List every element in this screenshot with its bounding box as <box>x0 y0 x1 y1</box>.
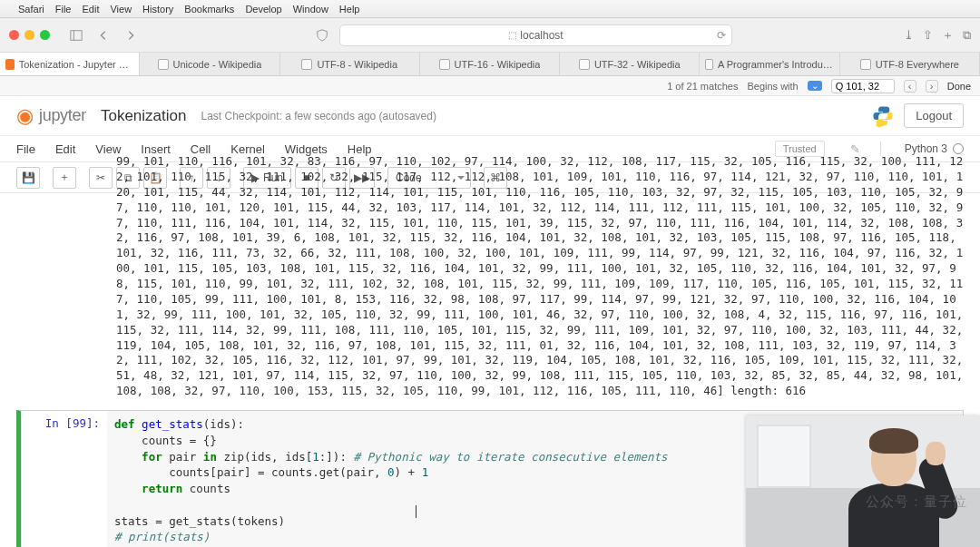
favicon-wikipedia-icon <box>301 59 312 70</box>
address-text: localhost <box>520 29 563 42</box>
favicon-wikipedia-icon <box>579 59 590 70</box>
jupyter-mark-icon: ◉ <box>16 104 34 128</box>
new-tab-icon[interactable]: ＋ <box>942 27 954 44</box>
kernel-indicator-icon <box>953 143 964 154</box>
menu-edit[interactable]: Edit <box>82 4 99 15</box>
sidebar-icon[interactable] <box>66 25 86 45</box>
favicon-jupyter-icon <box>5 59 15 70</box>
presenter <box>844 425 944 547</box>
find-bar: 1 of 21 matches Begins with ⌄ ‹ › Done <box>0 76 980 96</box>
tab-programmers-intro[interactable]: A Programmer's Introduction to Unico… <box>700 53 839 75</box>
tab-utf8-everywhere[interactable]: UTF-8 Everywhere <box>840 53 980 75</box>
tab-jupyter[interactable]: Tokenization - Jupyter Notebook <box>0 53 140 75</box>
back-button[interactable] <box>93 25 113 45</box>
menu-file[interactable]: File <box>55 4 72 15</box>
jupyter-logo[interactable]: ◉ jupyter <box>16 104 86 128</box>
python-logo-icon <box>871 104 895 128</box>
close-window[interactable] <box>9 30 19 40</box>
tab-utf16[interactable]: UTF-16 - Wikipedia <box>420 53 560 75</box>
menu-bookmarks[interactable]: Bookmarks <box>184 4 234 15</box>
menu-safari[interactable]: Safari <box>18 4 44 15</box>
tabs-icon[interactable]: ⧉ <box>963 28 971 43</box>
forward-button[interactable] <box>121 25 141 45</box>
menu-view[interactable]: View <box>110 4 132 15</box>
svg-rect-0 <box>71 30 82 40</box>
maximize-window[interactable] <box>40 30 50 40</box>
tab-label: UTF-8 - Wikipedia <box>317 59 397 70</box>
jupyter-header: ◉ jupyter Tokenization Last Checkpoint: … <box>0 96 980 135</box>
find-mode-toggle[interactable]: ⌄ <box>808 81 822 91</box>
find-begins-label: Begins with <box>747 81 798 92</box>
macos-menubar: Safari File Edit View History Bookmarks … <box>0 0 980 18</box>
tab-label: UTF-8 Everywhere <box>876 59 959 70</box>
menu-history[interactable]: History <box>142 4 173 15</box>
menu-window[interactable]: Window <box>293 4 328 15</box>
tab-label: Tokenization - Jupyter Notebook <box>19 59 134 70</box>
find-done[interactable]: Done <box>947 81 971 92</box>
checkpoint-status: Last Checkpoint: a few seconds ago (auto… <box>201 110 436 122</box>
tab-utf8[interactable]: UTF-8 - Wikipedia <box>280 53 420 75</box>
kernel-label: Python 3 <box>905 142 947 155</box>
find-prev[interactable]: ‹ <box>904 80 916 93</box>
favicon-icon <box>860 59 871 70</box>
notebook-title[interactable]: Tokenization <box>101 107 187 125</box>
shield-icon[interactable] <box>312 25 332 45</box>
window-controls <box>9 30 50 40</box>
favicon-icon <box>705 59 713 70</box>
minimize-window[interactable] <box>24 30 34 40</box>
tab-label: Unicode - Wikipedia <box>173 59 262 70</box>
reload-icon[interactable]: ⟳ <box>717 29 726 42</box>
browser-right-actions: ⤓ ⇧ ＋ ⧉ <box>904 27 971 44</box>
menu-develop[interactable]: Develop <box>245 4 281 15</box>
text-cursor <box>416 505 416 518</box>
share-icon[interactable]: ⇧ <box>923 28 933 42</box>
tab-label: A Programmer's Introduction to Unico… <box>718 59 834 70</box>
find-matches: 1 of 21 matches <box>667 81 738 92</box>
kernel-name[interactable]: Python 3 <box>905 142 964 155</box>
tab-label: UTF-32 - Wikipedia <box>594 59 681 70</box>
lock-icon: ⬚ <box>508 30 516 40</box>
tab-label: UTF-16 - Wikipedia <box>455 59 541 70</box>
watermark-text: 公众号：量子位 <box>866 493 967 511</box>
find-input[interactable] <box>831 79 895 93</box>
input-prompt: In [99]: <box>21 411 107 547</box>
previous-cell-output: 99, 101, 110, 116, 101, 32, 83, 116, 97,… <box>16 154 964 399</box>
jupyter-brand: jupyter <box>39 106 86 125</box>
find-next[interactable]: › <box>926 80 938 93</box>
address-bar[interactable]: ⬚ localhost ⟳ <box>339 24 733 46</box>
browser-toolbar: ⬚ localhost ⟳ ⤓ ⇧ ＋ ⧉ <box>0 18 980 53</box>
webcam-overlay <box>746 415 980 547</box>
download-icon[interactable]: ⤓ <box>904 28 914 42</box>
tab-unicode[interactable]: Unicode - Wikipedia <box>140 53 279 75</box>
menu-help[interactable]: Help <box>339 4 360 15</box>
favicon-wikipedia-icon <box>439 59 450 70</box>
favicon-wikipedia-icon <box>158 59 169 70</box>
browser-tabstrip: Tokenization - Jupyter Notebook Unicode … <box>0 53 980 76</box>
logout-button[interactable]: Logout <box>904 103 964 128</box>
tab-utf32[interactable]: UTF-32 - Wikipedia <box>560 53 700 75</box>
